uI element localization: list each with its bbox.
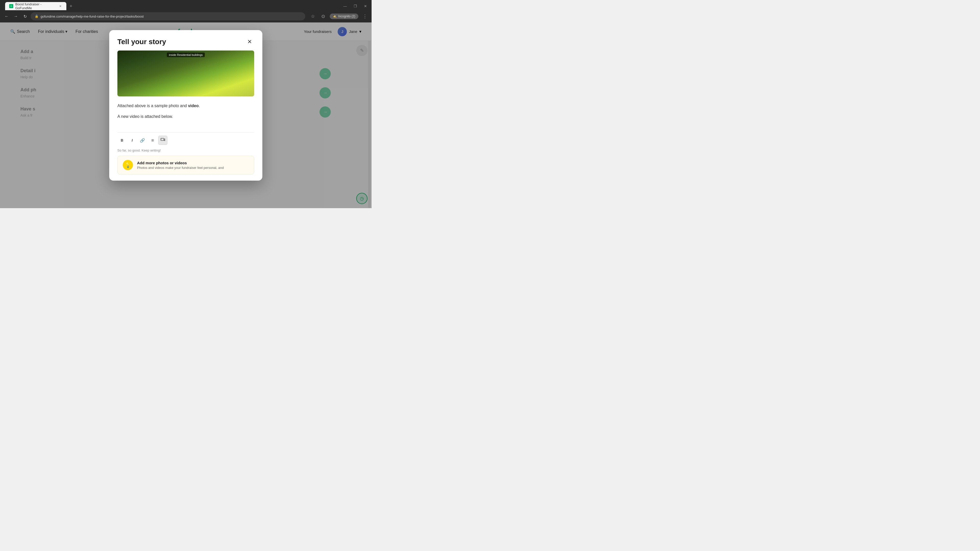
window-controls: — ❐ ✕ [342, 3, 369, 9]
editor-status-text: So far, so good. Keep writing! [118, 148, 161, 152]
story-text-area[interactable]: Attached above is a sample photo and vid… [118, 100, 254, 131]
media-preview: inside Residential buildings [118, 51, 254, 97]
link-icon: 🔗 [140, 138, 145, 143]
new-tab-button[interactable]: + [67, 3, 75, 10]
editor-toolbar: B I 🔗 ≡ [118, 132, 254, 147]
forward-button[interactable]: → [12, 13, 19, 20]
modal-title: Tell your story [118, 38, 166, 46]
close-button[interactable]: ✕ [363, 3, 369, 9]
more-button[interactable]: ⋮ [361, 13, 369, 20]
status-text-wrapper: So far, so good. Keep writing! [109, 147, 262, 156]
banner-lightbulb-icon: 💡 [123, 160, 133, 170]
address-right-actions: ☆ ⊙ 🕵 Incognito (2) ⋮ [309, 13, 369, 20]
url-text: gofundme.com/manage/help-me-fund-raise-f… [41, 14, 144, 18]
tab-close-button[interactable]: ✕ [59, 4, 62, 8]
list-button[interactable]: ≡ [148, 136, 157, 145]
tell-your-story-modal: Tell your story ✕ inside Residential bui… [109, 30, 262, 181]
bold-button[interactable]: B [118, 136, 127, 145]
media-insert-button[interactable] [158, 136, 167, 145]
video-thumbnail [118, 51, 254, 97]
list-icon: ≡ [151, 138, 154, 143]
bookmark-button[interactable]: ☆ [309, 13, 317, 20]
story-paragraph-2: A new video is attached below. [118, 113, 254, 120]
back-button[interactable]: ← [3, 13, 10, 20]
bold-icon: B [121, 138, 123, 142]
incognito-button[interactable]: 🕵 Incognito (2) [330, 14, 358, 19]
page-content: 🔍 Search For individuals ▾ For charities… [0, 22, 372, 208]
modal-header: Tell your story ✕ [109, 30, 262, 51]
maximize-button[interactable]: ❐ [352, 3, 358, 9]
modal-overlay[interactable]: Tell your story ✕ inside Residential bui… [0, 22, 372, 208]
video-overlay-text: inside Residential buildings [167, 52, 205, 57]
banner-description: Photos and videos make your fundraiser f… [137, 166, 249, 170]
paragraph-1-bold: video [188, 103, 199, 108]
tab-favicon: G [9, 4, 13, 8]
add-photos-banner[interactable]: 💡 Add more photos or videos Photos and v… [118, 156, 254, 175]
svg-rect-1 [161, 139, 162, 140]
incognito-label: Incognito (2) [338, 14, 355, 18]
active-tab[interactable]: G Boost fundraiser - GoFundMe ✕ [5, 2, 66, 10]
url-bar[interactable]: 🔒 gofundme.com/manage/help-me-fund-raise… [30, 12, 305, 21]
minimize-button[interactable]: — [342, 3, 348, 9]
paragraph-1-end: . [199, 103, 200, 108]
italic-icon: I [132, 138, 133, 142]
svg-rect-0 [161, 138, 164, 141]
lock-icon: 🔒 [35, 14, 38, 18]
banner-title: Add more photos or videos [137, 161, 249, 165]
profile-switcher-button[interactable]: ⊙ [320, 13, 327, 20]
banner-content: Add more photos or videos Photos and vid… [137, 161, 249, 170]
link-button[interactable]: 🔗 [138, 136, 147, 145]
incognito-icon: 🕵 [333, 14, 337, 18]
refresh-button[interactable]: ↻ [21, 13, 29, 20]
tab-bar: G Boost fundraiser - GoFundMe ✕ + — ❐ ✕ [0, 0, 372, 10]
story-paragraph-1: Attached above is a sample photo and vid… [118, 103, 254, 109]
browser-chrome: G Boost fundraiser - GoFundMe ✕ + — ❐ ✕ … [0, 0, 372, 22]
paragraph-1-text: Attached above is a sample photo and [118, 103, 188, 108]
tab-title: Boost fundraiser - GoFundMe [15, 2, 56, 10]
modal-close-button[interactable]: ✕ [245, 37, 254, 46]
italic-button[interactable]: I [127, 136, 137, 145]
editor-toolbar-wrapper: B I 🔗 ≡ [109, 132, 262, 147]
address-bar: ← → ↻ 🔒 gofundme.com/manage/help-me-fund… [0, 10, 372, 22]
media-insert-icon [161, 138, 165, 143]
modal-body[interactable]: inside Residential buildings Attached ab… [109, 51, 262, 132]
